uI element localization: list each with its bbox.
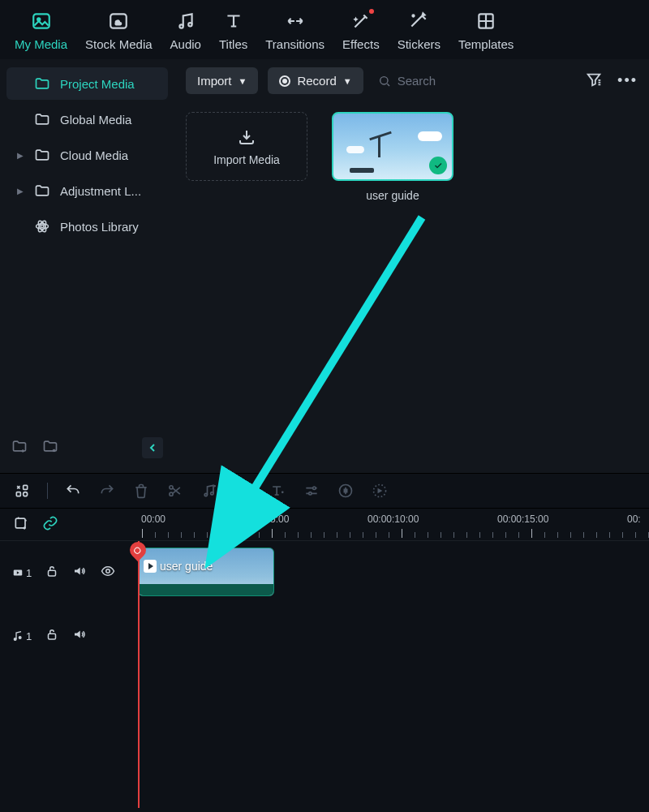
sidebar-item-project-media[interactable]: Project Media	[6, 67, 168, 100]
lock-icon[interactable]	[45, 627, 59, 645]
more-icon[interactable]: •••	[617, 72, 638, 89]
folder-icon	[34, 111, 50, 127]
video-track-icon: 1	[11, 567, 32, 579]
timeline-area: 00:00 00:00:05:00 00:00:10:00 00:00:15:0…	[0, 508, 649, 808]
record-button[interactable]: Record ▼	[268, 67, 363, 94]
audio-track-head: 1	[0, 604, 138, 668]
folder-icon	[34, 183, 50, 199]
tab-effects[interactable]: Effects	[342, 10, 380, 51]
time-mark: 00:00:15:00	[497, 513, 548, 525]
button-label: Record	[297, 74, 336, 88]
search-input[interactable]: Search	[373, 69, 519, 92]
audio-track[interactable]	[138, 604, 649, 668]
track-content[interactable]: user guide	[138, 541, 649, 668]
tab-stock-media[interactable]: Stock Media	[85, 10, 153, 51]
filter-icon[interactable]	[585, 71, 603, 92]
media-label: user guide	[366, 189, 419, 202]
tab-label: Templates	[458, 37, 514, 51]
search-icon	[378, 75, 391, 88]
tab-my-media[interactable]: My Media	[15, 10, 67, 51]
tag-icon[interactable]	[234, 482, 252, 500]
svg-point-17	[204, 493, 207, 496]
grid-icon[interactable]	[13, 482, 31, 500]
tab-label: Audio	[170, 37, 201, 51]
tab-label: Stock Media	[85, 37, 153, 51]
wand-icon	[350, 10, 372, 32]
svg-rect-29	[49, 634, 56, 639]
sidebar-item-label: Project Media	[60, 77, 135, 91]
svg-point-26	[106, 569, 110, 574]
sidebar-item-global-media[interactable]: Global Media	[6, 103, 168, 135]
sidebar-item-label: Global Media	[60, 113, 131, 127]
video-track[interactable]: user guide	[138, 541, 649, 604]
tab-transitions[interactable]: Transitions	[265, 10, 324, 51]
svg-point-27	[14, 638, 16, 641]
video-track-head: 1	[0, 541, 138, 604]
sidebar-item-cloud-media[interactable]: ▶ Cloud Media	[6, 139, 168, 171]
lock-icon[interactable]	[45, 564, 59, 582]
sidebar-item-label: Photos Library	[60, 220, 139, 234]
audio-fx-icon[interactable]	[337, 482, 355, 500]
templates-icon	[475, 10, 497, 32]
split-icon[interactable]	[166, 482, 184, 500]
redo-icon[interactable]	[98, 482, 116, 500]
tab-stickers[interactable]: Stickers	[398, 10, 441, 51]
playhead[interactable]	[138, 541, 140, 808]
sidebar-item-photos-library[interactable]: Photos Library	[6, 210, 168, 243]
import-media-tile[interactable]: Import Media	[186, 112, 307, 181]
svg-rect-23	[15, 518, 25, 528]
main-area: Project Media Global Media ▶ Cloud Media…	[0, 59, 649, 473]
time-mark: 00:00	[141, 513, 165, 525]
tab-templates[interactable]: Templates	[458, 10, 514, 51]
text-tool-icon[interactable]	[269, 482, 286, 500]
text-icon	[222, 10, 245, 32]
adjust-icon[interactable]	[303, 482, 320, 500]
time-mark: 00:	[627, 513, 641, 525]
track-number: 1	[26, 630, 32, 642]
tab-titles[interactable]: Titles	[219, 10, 247, 51]
tab-label: Titles	[219, 37, 247, 51]
search-placeholder: Search	[398, 74, 436, 88]
speed-icon[interactable]	[371, 482, 389, 500]
tab-label: My Media	[15, 37, 67, 51]
sidebar-item-adjustment-layers[interactable]: ▶ Adjustment L...	[6, 174, 168, 207]
delete-icon[interactable]	[132, 482, 150, 500]
tab-label: Effects	[342, 37, 380, 51]
top-tabs: My Media Stock Media Audio Titles Transi…	[0, 0, 649, 59]
import-button[interactable]: Import ▼	[186, 67, 258, 94]
stickers-icon	[407, 10, 430, 32]
tab-audio[interactable]: Audio	[170, 10, 201, 51]
remove-folder-icon[interactable]	[42, 438, 58, 458]
new-folder-icon[interactable]	[11, 438, 28, 458]
image-icon	[30, 10, 53, 32]
video-clip[interactable]: user guide	[138, 548, 274, 596]
svg-rect-12	[24, 485, 28, 489]
ruler-ticks	[138, 530, 649, 538]
svg-rect-25	[49, 570, 56, 576]
collapse-sidebar-button[interactable]	[142, 437, 163, 458]
mute-icon[interactable]	[72, 564, 87, 582]
time-mark: 00:00:05:00	[238, 513, 289, 525]
tab-label: Stickers	[398, 37, 441, 51]
link-icon[interactable]	[42, 515, 58, 535]
mute-icon[interactable]	[72, 627, 87, 645]
timeline-controls	[0, 509, 138, 540]
download-icon	[237, 127, 256, 147]
media-grid: Import Media user guide	[186, 112, 638, 202]
clip-label: user guide	[160, 560, 213, 573]
time-ruler[interactable]: 00:00 00:00:05:00 00:00:10:00 00:00:15:0…	[138, 509, 649, 540]
svg-point-14	[24, 492, 28, 496]
chevron-right-icon: ▶	[16, 151, 24, 160]
cloud-icon	[107, 10, 130, 32]
undo-icon[interactable]	[64, 482, 82, 500]
svg-point-28	[19, 637, 21, 639]
add-track-icon[interactable]	[13, 515, 29, 535]
timeline-header: 00:00 00:00:05:00 00:00:10:00 00:00:15:0…	[0, 509, 649, 541]
media-thumbnail[interactable]	[332, 112, 453, 181]
button-label: Import	[197, 74, 232, 88]
music-tool-icon[interactable]	[200, 482, 218, 500]
visibility-icon[interactable]	[100, 564, 116, 582]
sidebar-item-label: Adjustment L...	[60, 184, 141, 198]
folder-icon	[34, 147, 50, 163]
svg-rect-13	[16, 492, 20, 496]
